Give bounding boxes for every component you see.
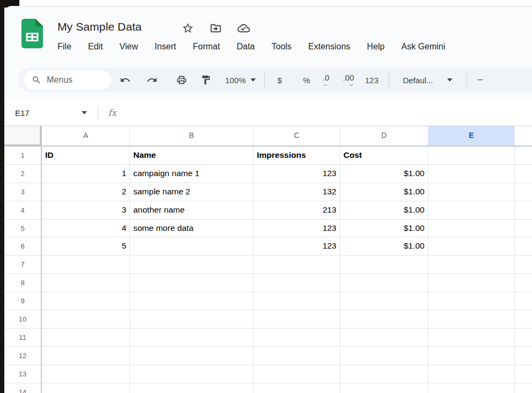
cell-B14[interactable]: [130, 383, 254, 393]
cell-A3[interactable]: 2: [42, 183, 130, 201]
cell-E2[interactable]: [428, 165, 515, 183]
cell-A11[interactable]: [42, 329, 130, 347]
row-header-11[interactable]: 11: [4, 329, 42, 347]
cell-D3[interactable]: $1.00: [340, 183, 428, 201]
column-header-E[interactable]: E: [428, 126, 515, 147]
cell-E11[interactable]: [428, 329, 515, 347]
cell-F7[interactable]: [515, 256, 532, 274]
document-title[interactable]: My Sample Data: [57, 20, 142, 33]
undo-button[interactable]: [116, 71, 134, 89]
increase-decimal-places-button[interactable]: .00 →: [343, 74, 354, 87]
cell-A1[interactable]: ID: [42, 147, 130, 165]
menu-data[interactable]: Data: [236, 42, 255, 52]
cell-D5[interactable]: $1.00: [340, 220, 428, 238]
cell-E13[interactable]: [428, 365, 515, 383]
cell-E4[interactable]: [428, 201, 515, 220]
row-header-8[interactable]: 8: [4, 274, 42, 292]
row-header-14[interactable]: 14: [4, 383, 42, 393]
cell-F8[interactable]: [515, 274, 532, 292]
cell-F6[interactable]: [515, 237, 532, 256]
cell-D8[interactable]: [340, 274, 428, 292]
row-header-4[interactable]: 4: [4, 201, 42, 220]
cell-C2[interactable]: 123: [254, 165, 340, 183]
cell-A7[interactable]: [42, 256, 130, 274]
cell-C7[interactable]: [254, 256, 340, 274]
cell-B5[interactable]: some more data: [130, 220, 254, 238]
cell-F3[interactable]: [515, 183, 532, 201]
cell-E9[interactable]: [428, 292, 515, 310]
cell-E12[interactable]: [428, 347, 515, 365]
menu-view[interactable]: View: [119, 42, 138, 52]
menus-search-button[interactable]: Menus: [24, 70, 111, 90]
cell-C8[interactable]: [254, 274, 340, 292]
menu-file[interactable]: File: [57, 42, 71, 52]
cell-F5[interactable]: [515, 220, 532, 238]
cell-D13[interactable]: [340, 365, 428, 383]
cell-B12[interactable]: [130, 347, 254, 365]
column-header-partial[interactable]: [515, 126, 532, 147]
cell-B3[interactable]: sample name 2: [130, 183, 254, 201]
menu-extensions[interactable]: Extensions: [308, 42, 350, 52]
redo-button[interactable]: [143, 71, 161, 89]
menu-help[interactable]: Help: [367, 42, 385, 52]
select-all-corner[interactable]: [4, 126, 42, 147]
cell-E5[interactable]: [428, 220, 515, 238]
cell-C11[interactable]: [254, 329, 340, 347]
cell-E10[interactable]: [428, 310, 515, 329]
name-box[interactable]: E17: [15, 108, 87, 118]
menu-insert[interactable]: Insert: [155, 42, 176, 52]
cell-A13[interactable]: [42, 365, 130, 383]
cell-B8[interactable]: [130, 274, 254, 292]
cell-C14[interactable]: [254, 383, 340, 393]
cell-F11[interactable]: [515, 329, 532, 347]
cell-E14[interactable]: [428, 383, 515, 393]
cell-B4[interactable]: another name: [130, 201, 254, 220]
google-sheets-logo[interactable]: [21, 19, 43, 50]
row-header-6[interactable]: 6: [4, 237, 42, 256]
cell-E7[interactable]: [428, 256, 515, 274]
cell-D9[interactable]: [340, 292, 428, 310]
cell-D14[interactable]: [340, 383, 428, 393]
column-header-B[interactable]: B: [130, 126, 254, 147]
font-selector[interactable]: Defaul...: [401, 76, 455, 85]
row-header-12[interactable]: 12: [4, 347, 42, 365]
cell-F2[interactable]: [515, 165, 532, 183]
cell-D10[interactable]: [340, 310, 428, 329]
row-header-7[interactable]: 7: [4, 256, 42, 274]
cell-E3[interactable]: [428, 183, 515, 201]
cell-B7[interactable]: [130, 256, 254, 274]
cell-A12[interactable]: [42, 347, 130, 365]
cell-C5[interactable]: 123: [254, 220, 340, 238]
row-header-3[interactable]: 3: [4, 183, 42, 201]
cell-C12[interactable]: [254, 347, 340, 365]
cell-B6[interactable]: [130, 237, 254, 256]
menu-ask-gemini[interactable]: Ask Gemini: [401, 42, 445, 52]
cell-C4[interactable]: 213: [254, 201, 340, 220]
cell-B11[interactable]: [130, 329, 254, 347]
row-header-2[interactable]: 2: [4, 165, 42, 183]
cell-C13[interactable]: [254, 365, 340, 383]
cell-B13[interactable]: [130, 365, 254, 383]
cell-D4[interactable]: $1.00: [340, 201, 428, 220]
cell-A9[interactable]: [42, 292, 130, 310]
cell-F1[interactable]: [515, 147, 532, 165]
cell-A10[interactable]: [42, 310, 130, 329]
cloud-saved-icon[interactable]: [238, 22, 250, 37]
cell-D1[interactable]: Cost: [340, 147, 428, 165]
cell-A6[interactable]: 5: [42, 237, 130, 256]
paint-format-button[interactable]: [197, 71, 215, 89]
cell-A14[interactable]: [42, 383, 130, 393]
cell-D2[interactable]: $1.00: [340, 165, 428, 183]
cell-F10[interactable]: [515, 310, 532, 329]
column-header-C[interactable]: C: [254, 126, 340, 147]
cell-C9[interactable]: [254, 292, 340, 310]
print-button[interactable]: [172, 71, 191, 89]
cell-F9[interactable]: [515, 292, 532, 310]
cell-D7[interactable]: [340, 256, 428, 274]
more-formats-button[interactable]: 123: [363, 71, 381, 89]
menu-format[interactable]: Format: [193, 42, 220, 52]
zoom-selector[interactable]: 100%: [222, 76, 259, 85]
decrease-font-size-button[interactable]: −: [471, 71, 490, 89]
format-currency-button[interactable]: $: [270, 71, 289, 89]
move-to-folder-icon[interactable]: [210, 22, 222, 37]
